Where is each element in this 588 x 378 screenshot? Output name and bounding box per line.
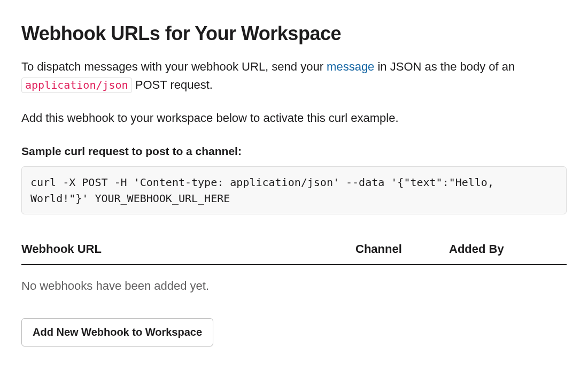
webhook-table-header: Webhook URL Channel Added By: [21, 240, 567, 265]
webhook-empty-state: No webhooks have been added yet.: [21, 277, 567, 295]
add-new-webhook-button[interactable]: Add New Webhook to Workspace: [21, 318, 213, 346]
message-link[interactable]: message: [327, 60, 374, 73]
page-title: Webhook URLs for Your Workspace: [21, 19, 567, 48]
intro-text-after-code: POST request.: [132, 78, 213, 91]
activate-note: Add this webhook to your workspace below…: [21, 109, 567, 127]
column-header-channel: Channel: [355, 240, 449, 258]
intro-text-pre: To dispatch messages with your webhook U…: [21, 60, 327, 73]
content-type-code: application/json: [21, 78, 132, 93]
intro-text-post: in JSON as the body of an: [374, 60, 515, 73]
curl-code-block[interactable]: curl -X POST -H 'Content-type: applicati…: [21, 166, 567, 214]
column-header-added-by: Added By: [449, 240, 567, 258]
column-header-webhook-url: Webhook URL: [21, 240, 355, 258]
intro-paragraph: To dispatch messages with your webhook U…: [21, 58, 567, 94]
sample-curl-label: Sample curl request to post to a channel…: [21, 143, 567, 160]
